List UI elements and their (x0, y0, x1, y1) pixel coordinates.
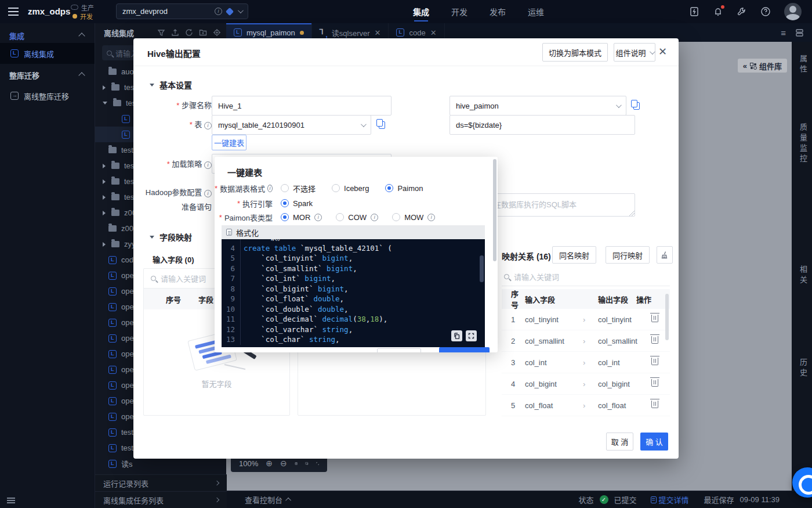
engine-option-Spark[interactable]: Spark (281, 199, 313, 208)
close-icon[interactable]: ✕ (658, 45, 667, 58)
format-button-bar[interactable]: 格式化 (222, 225, 485, 239)
same-name-mapping-button[interactable]: 同名映射 (552, 246, 596, 264)
bottom-menu-icon[interactable] (7, 498, 15, 503)
mapping-scrollbar[interactable] (665, 294, 669, 340)
cancel-button[interactable]: 取 消 (606, 433, 633, 451)
help-icon[interactable] (760, 6, 771, 17)
env-toggle[interactable]: 生产 开发 (71, 3, 111, 20)
popup-cancel-button[interactable] (377, 348, 421, 352)
new-folder-icon[interactable] (199, 28, 207, 37)
delete-icon[interactable] (651, 401, 658, 408)
section-field-mapping[interactable]: 字段映射 (150, 231, 192, 243)
radio-icon[interactable] (385, 184, 393, 192)
radio-icon[interactable] (281, 213, 289, 221)
panel-bottom-row[interactable]: 离线集成任务列表 (95, 491, 227, 508)
same-row-mapping-button[interactable]: 同行映射 (606, 246, 650, 264)
export-icon[interactable] (171, 28, 179, 37)
sidebar-group-integration[interactable]: 集成 (9, 30, 24, 41)
tree-caret-icon[interactable] (103, 102, 107, 105)
nav-item-集成[interactable]: 集成 (413, 0, 429, 23)
radio-icon[interactable] (281, 199, 289, 207)
code-expand-button[interactable] (466, 330, 477, 341)
section-basic-settings[interactable]: 基本设置 (150, 79, 192, 91)
fullscreen-icon[interactable] (316, 460, 319, 467)
right-tab-属性[interactable]: 属性 (798, 55, 809, 75)
locate-icon[interactable] (213, 28, 221, 37)
tree-caret-icon[interactable] (103, 195, 106, 200)
delete-icon[interactable] (651, 358, 658, 365)
code-scrollbar[interactable] (480, 255, 484, 282)
copy-icon[interactable] (633, 102, 640, 110)
radio-icon[interactable] (332, 184, 340, 192)
tree-caret-icon[interactable] (103, 242, 106, 247)
step-name-input[interactable] (212, 96, 392, 116)
collapse-icon[interactable] (78, 72, 85, 78)
right-tab-历史[interactable]: 历史 (798, 358, 809, 379)
sidebar-group-migration[interactable]: 整库迁移 (9, 70, 39, 81)
nav-item-发布[interactable]: 发布 (490, 0, 506, 23)
sidebar-item-offline-integration[interactable]: 离线集成 (0, 43, 95, 64)
confirm-button[interactable]: 确 认 (640, 433, 668, 451)
close-icon[interactable]: ✕ (430, 28, 437, 37)
zoom-in-icon[interactable]: ⊕ (266, 459, 273, 467)
radio-icon[interactable] (336, 213, 344, 221)
copy-icon[interactable] (379, 121, 385, 129)
refresh-icon[interactable] (185, 28, 193, 37)
minimap-icon[interactable] (305, 460, 308, 467)
tools-icon[interactable] (737, 6, 747, 17)
sidebar-item-offline-migration[interactable]: 离线整库迁移 (0, 86, 95, 106)
submit-detail-link[interactable]: 提交详情 (651, 494, 689, 505)
lake-format-option-不选择[interactable]: 不选择 (281, 183, 316, 194)
panel-bottom-row[interactable]: 运行记录列表 (95, 474, 227, 491)
right-tab-相关[interactable]: 相关 (798, 265, 809, 286)
zoom-out-icon[interactable]: ⊖ (280, 459, 287, 467)
menu-icon[interactable] (8, 8, 19, 16)
delete-icon[interactable] (651, 379, 658, 387)
code-copy-button[interactable] (451, 330, 462, 341)
mapping-search[interactable]: 请输入关键词 (502, 268, 670, 286)
filter-icon[interactable] (157, 28, 165, 37)
component-doc-button[interactable]: 组件说明 (614, 43, 655, 62)
clear-mapping-button[interactable] (657, 246, 673, 264)
tab-label: 读sqlserver (332, 27, 370, 38)
sql-code-editor[interactable]: 认。4create table `mysql_table_42101` (5 `… (222, 239, 485, 347)
delete-icon[interactable] (651, 315, 658, 322)
paimon-type-option-MOR[interactable]: MORi (281, 213, 322, 222)
notifications-icon[interactable] (713, 6, 723, 17)
switch-script-mode-button[interactable]: 切换为脚本模式 (542, 43, 608, 62)
workspace-select[interactable]: zmx_devprod i (116, 3, 248, 19)
tab-list-icon[interactable]: ≡ (781, 28, 786, 38)
resize-handle[interactable] (629, 211, 635, 216)
fit-view-icon[interactable] (295, 460, 298, 467)
layout-icon[interactable] (795, 28, 804, 37)
delete-icon[interactable] (651, 336, 658, 344)
close-icon[interactable]: ✕ (375, 28, 381, 37)
changelog-icon[interactable] (689, 6, 699, 17)
popup-confirm-button[interactable] (439, 347, 490, 352)
console-toggle[interactable]: 查看控制台 (245, 494, 291, 505)
radio-icon[interactable] (281, 184, 289, 192)
paimon-type-option-COW[interactable]: COWi (336, 213, 378, 222)
datasource-select[interactable]: hive_paimon (449, 96, 626, 116)
tree-caret-icon[interactable] (103, 85, 106, 90)
table-select[interactable]: mysql_table_4210190901 (212, 115, 371, 135)
paimon-type-option-MOW[interactable]: MOWi (392, 213, 435, 222)
lake-format-option-Paimon[interactable]: Paimon (385, 183, 423, 194)
tree-caret-icon[interactable] (103, 179, 106, 184)
nav-item-开发[interactable]: 开发 (451, 0, 467, 23)
popup-scrollbar[interactable] (493, 159, 496, 261)
right-tab-质量监控[interactable]: 质量监控 (798, 123, 809, 165)
create-table-button[interactable]: 一键建表 (212, 135, 246, 150)
avatar[interactable] (784, 3, 802, 20)
code-text: `col_smallint` bigint, (240, 264, 357, 274)
tree-caret-icon[interactable] (103, 164, 106, 168)
component-library-button[interactable]: « 组件库 (738, 59, 787, 73)
tree-caret-icon[interactable] (103, 211, 106, 215)
info-icon: i (204, 161, 212, 169)
lake-format-option-Iceberg[interactable]: Iceberg (332, 183, 369, 194)
nav-item-运维[interactable]: 运维 (528, 0, 544, 23)
radio-icon[interactable] (392, 213, 400, 221)
collapse-icon[interactable] (78, 33, 85, 39)
code-line: 7 `col_int` bigint, (222, 273, 485, 284)
partition-input[interactable] (449, 115, 635, 135)
